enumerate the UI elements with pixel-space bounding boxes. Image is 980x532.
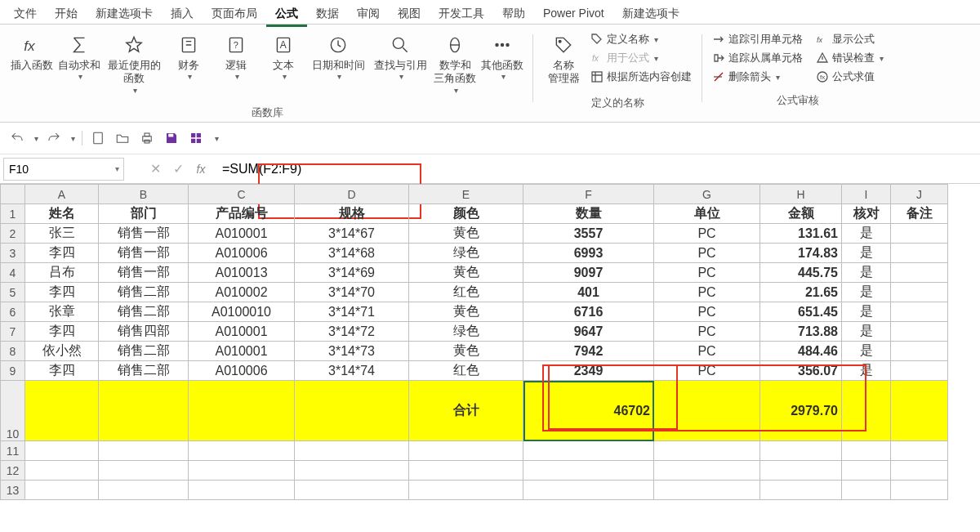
cell[interactable]: 3*14*70	[295, 283, 409, 302]
cell[interactable]: 李四	[25, 361, 99, 381]
cell[interactable]: 黄色	[409, 224, 523, 244]
cell[interactable]: 131.61	[760, 224, 842, 244]
cell[interactable]	[99, 381, 189, 441]
cell[interactable]: 是	[842, 302, 891, 322]
tab-4[interactable]: 页面布局	[203, 3, 266, 25]
cell[interactable]: 绿色	[409, 244, 523, 263]
error-check-button[interactable]: 错误检查▾	[814, 50, 885, 66]
cell[interactable]	[891, 441, 948, 461]
cell[interactable]: 3557	[523, 224, 654, 244]
tab-3[interactable]: 插入	[162, 3, 203, 25]
cell[interactable]: 黄色	[409, 342, 523, 361]
cell[interactable]	[760, 441, 842, 461]
tab-9[interactable]: 开发工具	[430, 3, 493, 25]
cell[interactable]	[25, 381, 99, 441]
cell[interactable]	[891, 224, 948, 244]
cell[interactable]	[891, 302, 948, 322]
cell[interactable]	[760, 481, 842, 500]
redo-button[interactable]	[45, 129, 63, 147]
cell[interactable]: A010006	[189, 361, 295, 381]
spreadsheet-grid[interactable]: A B C D E F G H I J 1姓名部门产品编号规格颜色数量单位金额核…	[0, 184, 980, 500]
formula-input[interactable]	[216, 159, 980, 180]
row-header[interactable]: 13	[1, 481, 25, 500]
select-all-corner[interactable]	[1, 185, 25, 204]
cell[interactable]: 9097	[523, 263, 654, 283]
cell[interactable]: PC	[654, 361, 760, 381]
datetime-button[interactable]: 日期和时间▾	[309, 31, 368, 84]
chevron-down-icon[interactable]: ▾	[71, 134, 75, 143]
cell[interactable]	[842, 481, 891, 500]
cell[interactable]: A010006	[189, 244, 295, 263]
more-functions-button[interactable]: 其他函数▾	[480, 31, 524, 84]
cell[interactable]: 3*14*69	[295, 263, 409, 283]
cell[interactable]	[99, 481, 189, 500]
cell[interactable]: 红色	[409, 283, 523, 302]
evaluate-formula-button[interactable]: fx 公式求值	[814, 69, 876, 85]
cell[interactable]: PC	[654, 263, 760, 283]
cell[interactable]: 部门	[99, 204, 189, 224]
cell[interactable]	[189, 441, 295, 461]
lookup-button[interactable]: 查找与引用▾	[371, 31, 430, 84]
cell[interactable]: 7942	[523, 342, 654, 361]
cell[interactable]: 张三	[25, 224, 99, 244]
name-box[interactable]: ▾	[3, 158, 124, 181]
row-header[interactable]: 1	[1, 204, 25, 224]
cell[interactable]: 数量	[523, 204, 654, 224]
autosum-button[interactable]: 自动求和▾	[57, 31, 101, 84]
cell[interactable]	[891, 263, 948, 283]
cell[interactable]: 2349	[523, 361, 654, 381]
cell[interactable]: A010002	[189, 283, 295, 302]
cell[interactable]: PC	[654, 224, 760, 244]
tab-7[interactable]: 审阅	[348, 3, 389, 25]
cell[interactable]	[523, 461, 654, 481]
cell[interactable]: 销售一部	[99, 263, 189, 283]
chevron-down-icon[interactable]: ▾	[34, 134, 38, 143]
cell[interactable]	[409, 481, 523, 500]
cell[interactable]	[891, 481, 948, 500]
undo-button[interactable]	[8, 129, 26, 147]
math-button[interactable]: 数学和 三角函数▾	[433, 31, 477, 97]
print-button[interactable]	[138, 129, 156, 147]
cell[interactable]: 核对	[842, 204, 891, 224]
row-header[interactable]: 7	[1, 322, 25, 342]
row-header[interactable]: 9	[1, 361, 25, 381]
cell[interactable]	[295, 381, 409, 441]
show-formulas-button[interactable]: fx 显示公式	[814, 31, 876, 47]
cell[interactable]: 李四	[25, 283, 99, 302]
tab-1[interactable]: 开始	[46, 3, 87, 25]
remove-arrows-button[interactable]: 删除箭头▾	[710, 69, 782, 85]
col-header[interactable]: H	[760, 185, 842, 204]
cell[interactable]: 是	[842, 263, 891, 283]
cell[interactable]	[25, 441, 99, 461]
tab-6[interactable]: 数据	[307, 3, 348, 25]
cell[interactable]: 销售二部	[99, 283, 189, 302]
name-manager-button[interactable]: 名称 管理器	[541, 31, 586, 87]
cell[interactable]: 是	[842, 224, 891, 244]
cell[interactable]: 445.75	[760, 263, 842, 283]
cell[interactable]: 是	[842, 244, 891, 263]
cell[interactable]: 3*14*68	[295, 244, 409, 263]
tab-10[interactable]: 帮助	[493, 3, 534, 25]
cell[interactable]: 2979.70	[760, 381, 842, 441]
cell[interactable]	[891, 244, 948, 263]
cell[interactable]	[891, 361, 948, 381]
cell[interactable]	[891, 461, 948, 481]
cell[interactable]: 颜色	[409, 204, 523, 224]
cell[interactable]: 6993	[523, 244, 654, 263]
tab-2[interactable]: 新建选项卡	[87, 3, 162, 25]
cell[interactable]: 金额	[760, 204, 842, 224]
cell[interactable]: 李四	[25, 322, 99, 342]
cell[interactable]: 是	[842, 322, 891, 342]
cell[interactable]: 651.45	[760, 302, 842, 322]
col-header[interactable]: B	[99, 185, 189, 204]
cell[interactable]: A010001	[189, 322, 295, 342]
text-button[interactable]: A 文本▾	[261, 31, 305, 84]
cell[interactable]: 销售一部	[99, 244, 189, 263]
cell[interactable]	[523, 441, 654, 461]
cell[interactable]: PC	[654, 322, 760, 342]
logical-button[interactable]: ? 逻辑▾	[214, 31, 258, 84]
cell[interactable]: 销售一部	[99, 224, 189, 244]
cell[interactable]: 红色	[409, 361, 523, 381]
cell[interactable]	[99, 461, 189, 481]
cell[interactable]: 21.65	[760, 283, 842, 302]
